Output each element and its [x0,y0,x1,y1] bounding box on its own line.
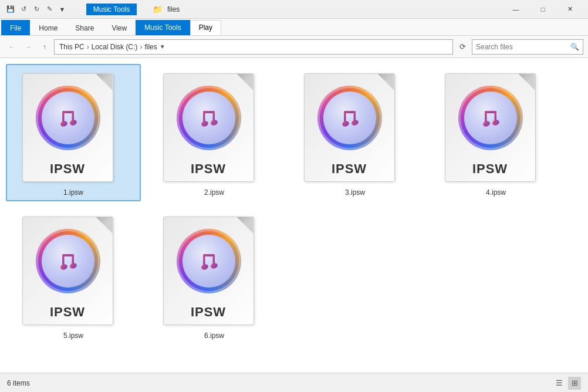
itunes-circle [36,229,100,293]
music-note-icon [53,103,83,133]
svg-point-29 [209,262,218,270]
svg-point-8 [200,120,208,128]
itunes-circle [177,229,241,293]
music-note-icon [194,246,224,276]
ribbon-active-tab: Music Tools [86,4,137,15]
dropdown-btn[interactable]: ▼ [56,4,68,15]
music-note-icon [475,103,506,133]
tab-home[interactable]: Home [30,20,66,35]
doc-shape: IPSW [304,73,395,182]
doc-corner [237,217,254,234]
itunes-inner [464,92,517,144]
itunes-circle [317,86,382,150]
tab-file[interactable]: File [1,20,30,35]
file-type-label: IPSW [472,161,508,177]
file-item[interactable]: IPSW 1.ipsw [6,64,141,201]
file-item[interactable]: IPSW 2.ipsw [147,64,282,201]
doc-corner [519,74,535,90]
minimize-button[interactable]: — [502,0,529,19]
svg-rect-11 [344,111,346,123]
tab-play[interactable]: Play [190,20,221,35]
file-grid: IPSW 1.ipsw [0,58,588,373]
svg-point-9 [209,119,218,127]
window-title-area: 📁 files [153,5,502,14]
search-input[interactable] [476,43,568,51]
itunes-inner [183,235,235,288]
doc-shape: IPSW [163,217,254,325]
breadcrumb-pc: This PC [59,43,85,51]
music-note-icon [194,103,224,133]
svg-point-13 [341,120,349,128]
undo-btn[interactable]: ↺ [18,4,29,15]
maximize-button[interactable]: □ [529,0,556,19]
file-name: 3.ipsw [345,188,365,197]
title-bar: 💾 ↺ ↻ ✎ ▼ Music Tools 📁 files — □ ✕ [0,0,588,19]
file-type-label: IPSW [332,161,367,177]
save-btn[interactable]: 💾 [5,4,16,15]
svg-rect-1 [62,111,65,123]
file-type-label: IPSW [191,161,226,177]
svg-rect-12 [353,111,356,121]
redo-btn[interactable]: ↻ [31,4,42,15]
itunes-circle [458,86,523,150]
svg-rect-27 [212,254,215,265]
doc-shape: IPSW [163,73,254,182]
itunes-circle [177,86,241,150]
svg-rect-21 [62,254,65,266]
file-type-label: IPSW [191,305,226,320]
address-bar: ← → ↑ This PC › Local Disk (C:) › files … [0,36,588,58]
file-icon-wrapper: IPSW [22,212,125,329]
search-icon: 🔍 [570,43,579,51]
tab-music-tools[interactable]: Music Tools [136,20,190,35]
itunes-inner [42,92,94,144]
breadcrumb[interactable]: This PC › Local Disk (C:) › files ▼ [54,39,453,55]
itunes-inner [183,92,235,144]
file-icon-wrapper: IPSW [304,69,407,186]
file-name: 5.ipsw [63,332,83,340]
svg-rect-7 [212,111,215,121]
properties-btn[interactable]: ✎ [43,4,55,15]
quick-access-toolbar: 💾 ↺ ↻ ✎ ▼ [5,4,68,15]
breadcrumb-disk: Local Disk (C:) [92,43,138,51]
ribbon-tabs: File Home Share View Music Tools Play [0,19,588,35]
breadcrumb-files: files [144,43,157,51]
file-name: 4.ipsw [486,188,506,197]
music-note-icon [53,246,83,276]
svg-point-18 [482,120,490,128]
up-button[interactable]: ↑ [38,40,52,54]
tab-view[interactable]: View [103,20,136,35]
svg-rect-2 [72,111,74,121]
svg-rect-26 [203,254,205,266]
refresh-button[interactable]: ⟳ [455,40,469,54]
tab-share[interactable]: Share [66,20,103,35]
file-item[interactable]: IPSW 3.ipsw [288,64,423,201]
doc-corner [378,74,394,90]
back-button[interactable]: ← [5,40,19,54]
view-large-icons-button[interactable]: ⊞ [568,377,581,390]
svg-point-24 [69,262,77,270]
doc-shape: IPSW [22,73,113,182]
status-bar: 6 items ☰ ⊞ [0,373,588,392]
file-item[interactable]: IPSW 5.ipsw [6,207,141,344]
svg-rect-16 [485,111,487,123]
folder-icon: 📁 [153,5,163,14]
svg-point-4 [69,119,77,127]
file-icon-wrapper: IPSW [22,69,125,186]
file-icon-wrapper: IPSW [163,69,266,186]
forward-button[interactable]: → [21,40,35,54]
file-name: 2.ipsw [204,188,224,197]
file-name: 6.ipsw [204,332,224,340]
ribbon: File Home Share View Music Tools Play [0,19,588,36]
file-name: 1.ipsw [63,188,83,197]
view-controls: ☰ ⊞ [553,377,581,390]
svg-point-19 [491,119,499,127]
file-item[interactable]: IPSW 4.ipsw [428,64,563,201]
file-type-label: IPSW [50,305,85,320]
view-details-button[interactable]: ☰ [553,377,566,390]
doc-corner [96,217,113,234]
svg-point-14 [350,119,359,127]
close-button[interactable]: ✕ [556,0,583,19]
file-item[interactable]: IPSW 6.ipsw [147,207,282,344]
svg-point-23 [59,263,67,271]
itunes-inner [42,235,94,288]
